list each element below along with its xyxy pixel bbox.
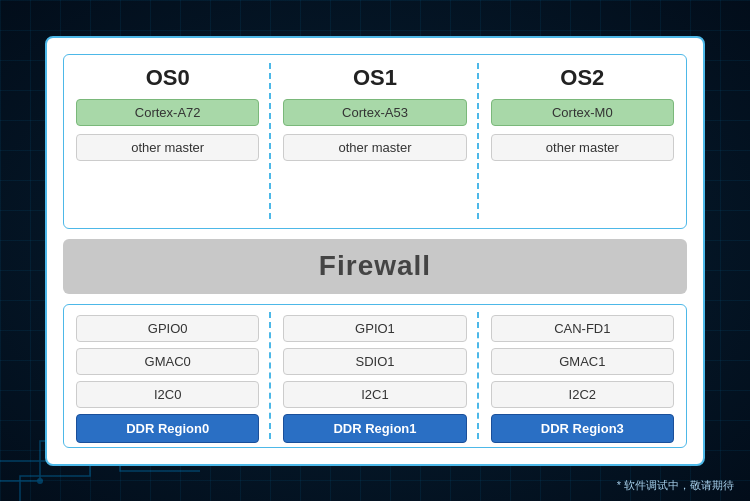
os0-chip: Cortex-A72 — [76, 99, 259, 126]
i2c2: I2C2 — [491, 381, 674, 408]
os1-chip: Cortex-A53 — [283, 99, 466, 126]
peripheral-section: GPIO0 GMAC0 I2C0 DDR Region0 GPIO1 SDIO1… — [63, 304, 687, 448]
canfd1: CAN-FD1 — [491, 315, 674, 342]
ddr-region3: DDR Region3 — [491, 414, 674, 443]
peripheral-col2: CAN-FD1 GMAC1 I2C2 DDR Region3 — [479, 305, 686, 447]
firewall-label: Firewall — [319, 250, 431, 282]
os2-chip: Cortex-M0 — [491, 99, 674, 126]
i2c0: I2C0 — [76, 381, 259, 408]
main-diagram: OS0 Cortex-A72 other master OS1 Cortex-A… — [45, 36, 705, 466]
ddr-region1: DDR Region1 — [283, 414, 466, 443]
os2-column: OS2 Cortex-M0 other master — [479, 55, 686, 228]
svg-point-2 — [37, 478, 43, 484]
gmac1: GMAC1 — [491, 348, 674, 375]
gpio1: GPIO1 — [283, 315, 466, 342]
os0-other-master: other master — [76, 134, 259, 161]
os2-title: OS2 — [560, 65, 604, 91]
os1-column: OS1 Cortex-A53 other master — [271, 55, 478, 228]
peripheral-col0: GPIO0 GMAC0 I2C0 DDR Region0 — [64, 305, 271, 447]
ddr-region0: DDR Region0 — [76, 414, 259, 443]
os0-column: OS0 Cortex-A72 other master — [64, 55, 271, 228]
os0-title: OS0 — [146, 65, 190, 91]
gpio0: GPIO0 — [76, 315, 259, 342]
os-section: OS0 Cortex-A72 other master OS1 Cortex-A… — [63, 54, 687, 229]
os1-title: OS1 — [353, 65, 397, 91]
firewall-section: Firewall — [63, 239, 687, 294]
i2c1: I2C1 — [283, 381, 466, 408]
os1-other-master: other master — [283, 134, 466, 161]
gmac0: GMAC0 — [76, 348, 259, 375]
peripheral-col1: GPIO1 SDIO1 I2C1 DDR Region1 — [271, 305, 478, 447]
sdio1: SDIO1 — [283, 348, 466, 375]
footer-note: * 软件调试中，敬请期待 — [617, 478, 734, 493]
os2-other-master: other master — [491, 134, 674, 161]
